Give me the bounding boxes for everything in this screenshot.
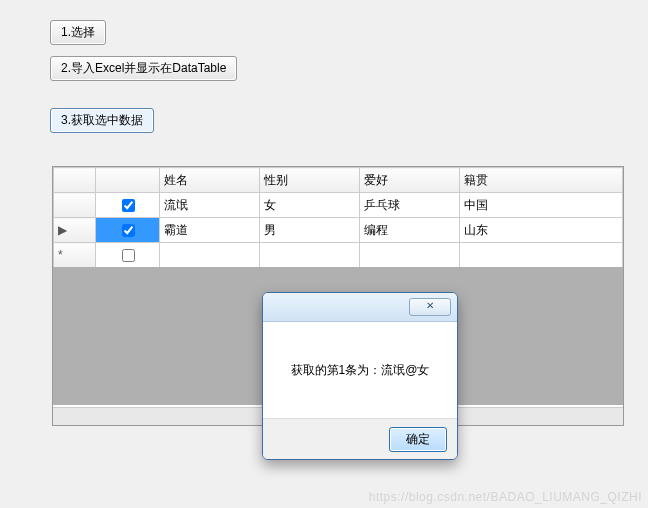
dialog-body: 获取的第1条为：流氓@女 xyxy=(263,321,457,419)
table-row[interactable]: 流氓 女 乒乓球 中国 xyxy=(54,193,623,218)
row-indicator: * xyxy=(54,243,96,268)
select-button[interactable]: 1.选择 xyxy=(50,20,106,45)
cell-hobby[interactable]: 乒乓球 xyxy=(360,193,460,218)
row-checkbox-cell[interactable] xyxy=(96,193,160,218)
grid-header-origin[interactable]: 籍贯 xyxy=(460,168,623,193)
import-excel-button[interactable]: 2.导入Excel并显示在DataTable xyxy=(50,56,237,81)
grid-header-row: 姓名 性别 爱好 籍贯 xyxy=(54,168,623,193)
cell-hobby[interactable] xyxy=(360,243,460,268)
grid-table: 姓名 性别 爱好 籍贯 流氓 女 乒乓球 中国 ▶ 霸 xyxy=(53,167,623,268)
row-indicator: ▶ xyxy=(54,218,96,243)
watermark: https://blog.csdn.net/BADAO_LIUMANG_QIZH… xyxy=(369,490,642,504)
ok-button[interactable]: 确定 xyxy=(389,427,447,452)
cell-origin[interactable]: 中国 xyxy=(460,193,623,218)
cell-origin[interactable]: 山东 xyxy=(460,218,623,243)
grid-header-hobby[interactable]: 爱好 xyxy=(360,168,460,193)
row-checkbox-cell[interactable] xyxy=(96,243,160,268)
dialog-footer: 确定 xyxy=(263,418,457,459)
cell-gender[interactable]: 女 xyxy=(260,193,360,218)
row-indicator xyxy=(54,193,96,218)
message-dialog: ✕ 获取的第1条为：流氓@女 确定 xyxy=(262,292,458,460)
row-checkbox[interactable] xyxy=(122,199,135,212)
dialog-titlebar[interactable]: ✕ xyxy=(263,293,457,322)
row-checkbox[interactable] xyxy=(122,249,135,262)
get-selected-button[interactable]: 3.获取选中数据 xyxy=(50,108,154,133)
cell-name[interactable]: 霸道 xyxy=(160,218,260,243)
table-row[interactable]: * xyxy=(54,243,623,268)
row-checkbox-cell[interactable] xyxy=(96,218,160,243)
table-row[interactable]: ▶ 霸道 男 编程 山东 xyxy=(54,218,623,243)
cell-name[interactable] xyxy=(160,243,260,268)
cell-hobby[interactable]: 编程 xyxy=(360,218,460,243)
grid-header-checkbox[interactable] xyxy=(96,168,160,193)
grid-header-rowhead xyxy=(54,168,96,193)
cell-gender[interactable]: 男 xyxy=(260,218,360,243)
cell-gender[interactable] xyxy=(260,243,360,268)
row-checkbox[interactable] xyxy=(122,224,135,237)
grid-header-gender[interactable]: 性别 xyxy=(260,168,360,193)
close-icon[interactable]: ✕ xyxy=(409,298,451,316)
grid-header-name[interactable]: 姓名 xyxy=(160,168,260,193)
dialog-message: 获取的第1条为：流氓@女 xyxy=(291,362,430,379)
cell-name[interactable]: 流氓 xyxy=(160,193,260,218)
cell-origin[interactable] xyxy=(460,243,623,268)
